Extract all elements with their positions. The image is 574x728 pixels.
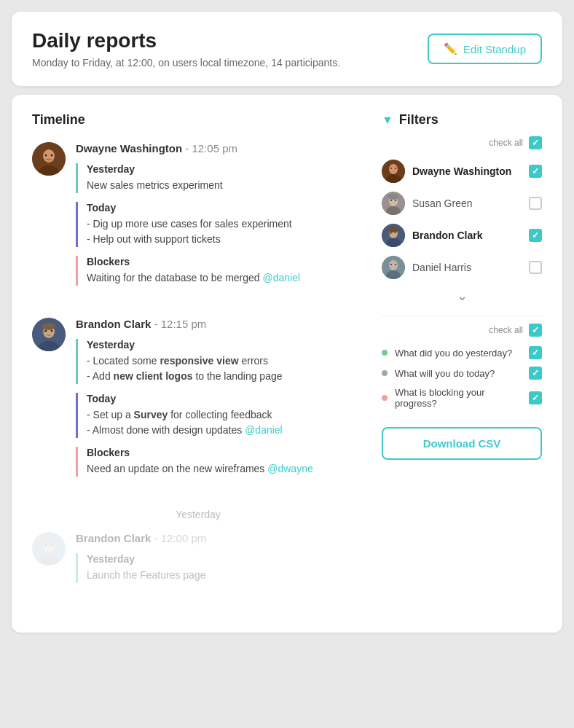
avatar-dwayne-svg bbox=[32, 142, 66, 176]
report-content: Dwayne Washington - 12:05 pm Yesterday N… bbox=[76, 142, 364, 294]
report-item-yesterday: Yesterday - Located some responsive view… bbox=[76, 339, 364, 384]
header-subtitle: Monday to Friday, at 12:00, on users loc… bbox=[32, 57, 340, 69]
filter-name-dwayne: Dwayne Washington bbox=[412, 165, 522, 177]
svg-point-1 bbox=[43, 149, 55, 163]
check-all-label-top: check all bbox=[489, 138, 523, 148]
question-checkbox-yesterday[interactable] bbox=[529, 346, 542, 359]
filters-title: ▼ Filters bbox=[382, 112, 542, 128]
filter-name-daniel: Daniel Harris bbox=[412, 262, 522, 273]
avatar-brandon-svg bbox=[32, 318, 66, 351]
svg-point-3 bbox=[45, 154, 47, 157]
svg-point-37 bbox=[389, 260, 398, 270]
report-item-yesterday: Yesterday New sales metrics experiment bbox=[76, 163, 364, 193]
question-row-yesterday: What did you do yesterday? bbox=[382, 343, 542, 363]
faded-divider: Yesterday bbox=[32, 509, 364, 520]
svg-point-4 bbox=[51, 154, 53, 157]
svg-point-28 bbox=[388, 194, 399, 200]
filters-section: ▼ Filters check all bbox=[382, 112, 542, 615]
main-card: Timeline Dwayne Washington bbox=[12, 95, 562, 633]
avatar bbox=[32, 142, 66, 176]
filter-checkbox-dwayne[interactable] bbox=[529, 165, 542, 178]
filter-checkbox-susan[interactable] bbox=[529, 197, 542, 210]
avatar-brandon-faded-svg bbox=[32, 532, 66, 565]
filter-person-row-brandon: Brandon Clark bbox=[382, 219, 542, 251]
report-user-name: Brandon Clark bbox=[76, 318, 151, 330]
check-all-top-checkbox[interactable] bbox=[529, 136, 542, 149]
svg-point-15 bbox=[45, 544, 47, 547]
edit-standup-button[interactable]: ✏️ Edit Standup bbox=[428, 34, 542, 64]
filter-name-brandon: Brandon Clark bbox=[412, 230, 522, 241]
dot-gray bbox=[382, 370, 388, 376]
filter-avatar-dwayne bbox=[382, 160, 405, 183]
question-checkbox-today[interactable] bbox=[529, 367, 542, 380]
filter-checkbox-daniel[interactable] bbox=[529, 261, 542, 274]
avatar bbox=[32, 318, 66, 351]
filter-person-row-daniel: Daniel Harris bbox=[382, 251, 542, 283]
dot-green bbox=[382, 350, 388, 356]
svg-point-22 bbox=[395, 168, 396, 169]
report-time-faded: - 12:00 pm bbox=[154, 532, 207, 544]
filter-name-susan: Susan Green bbox=[412, 197, 522, 209]
svg-rect-11 bbox=[42, 329, 45, 333]
report-block: Dwayne Washington - 12:05 pm Yesterday N… bbox=[32, 142, 364, 294]
filter-avatar-brandon bbox=[382, 224, 405, 247]
timeline-section: Timeline Dwayne Washington bbox=[32, 112, 364, 615]
report-user-name: Dwayne Washington bbox=[76, 142, 182, 154]
report-item-yesterday-faded: Yesterday Launch the Features page bbox=[76, 553, 364, 583]
divider bbox=[382, 316, 542, 316]
header-card: Daily reports Monday to Friday, at 12:00… bbox=[12, 12, 562, 86]
check-all-bottom-row: check all bbox=[382, 324, 542, 337]
page-title: Daily reports bbox=[32, 29, 340, 52]
report-item-blockers: Blockers Waiting for the database to be … bbox=[76, 256, 364, 286]
report-time: - 12:05 pm bbox=[185, 142, 237, 154]
svg-point-40 bbox=[395, 264, 396, 265]
header-text: Daily reports Monday to Friday, at 12:00… bbox=[32, 29, 340, 69]
svg-point-27 bbox=[395, 200, 396, 201]
report-content: Brandon Clark - 12:15 pm Yesterday - Loc… bbox=[76, 318, 364, 485]
timeline-title: Timeline bbox=[32, 112, 364, 128]
filter-avatar-daniel bbox=[382, 256, 405, 279]
filter-icon: ▼ bbox=[382, 114, 393, 127]
report-item-blockers: Blockers Need an update on the new wiref… bbox=[76, 447, 364, 477]
expand-people-button[interactable]: ⌄ bbox=[382, 283, 542, 308]
report-item-today: Today - Set up a Survey for collecting f… bbox=[76, 393, 364, 438]
app-container: Daily reports Monday to Friday, at 12:00… bbox=[12, 12, 562, 633]
svg-point-10 bbox=[42, 323, 55, 330]
question-row-blockers: What is blocking your progress? bbox=[382, 383, 542, 412]
mention-daniel-2[interactable]: @daniel bbox=[245, 424, 283, 436]
check-all-label-bottom: check all bbox=[489, 325, 523, 335]
report-content-faded: Brandon Clark - 12:00 pm Yesterday Launc… bbox=[76, 532, 364, 592]
question-label-today: What will you do today? bbox=[395, 368, 522, 379]
question-label-yesterday: What did you do yesterday? bbox=[395, 348, 522, 359]
svg-point-21 bbox=[390, 168, 392, 169]
mention-dwayne[interactable]: @dwayne bbox=[267, 463, 312, 474]
filter-avatar-susan bbox=[382, 192, 405, 215]
check-all-top-row: check all bbox=[382, 136, 542, 149]
filter-person-row-susan: Susan Green bbox=[382, 187, 542, 219]
report-user-name-faded: Brandon Clark bbox=[76, 532, 151, 544]
chevron-down-icon: ⌄ bbox=[457, 288, 468, 304]
pencil-icon: ✏️ bbox=[444, 42, 457, 55]
report-item-today: Today - Dig up more use cases for sales … bbox=[76, 202, 364, 247]
report-user-header: Dwayne Washington - 12:05 pm bbox=[76, 142, 364, 154]
check-all-bottom-checkbox[interactable] bbox=[529, 324, 542, 337]
avatar-faded bbox=[32, 532, 66, 565]
svg-point-39 bbox=[390, 264, 392, 265]
svg-point-19 bbox=[389, 164, 398, 174]
download-csv-button[interactable]: Download CSV bbox=[382, 427, 542, 460]
svg-rect-35 bbox=[389, 232, 391, 235]
report-time: - 12:15 pm bbox=[154, 318, 207, 330]
question-checkbox-blockers[interactable] bbox=[529, 391, 542, 404]
report-user-header: Brandon Clark - 12:15 pm bbox=[76, 318, 364, 330]
report-block: Brandon Clark - 12:15 pm Yesterday - Loc… bbox=[32, 318, 364, 485]
filter-person-row-dwayne: Dwayne Washington bbox=[382, 155, 542, 187]
filter-checkbox-brandon[interactable] bbox=[529, 229, 542, 242]
mention-daniel[interactable]: @daniel bbox=[263, 272, 301, 283]
question-row-today: What will you do today? bbox=[382, 363, 542, 383]
svg-point-9 bbox=[51, 330, 53, 332]
svg-point-16 bbox=[51, 544, 53, 547]
report-block-faded: Brandon Clark - 12:00 pm Yesterday Launc… bbox=[32, 532, 364, 592]
dot-pink bbox=[382, 395, 388, 401]
question-label-blockers: What is blocking your progress? bbox=[395, 387, 522, 409]
svg-point-17 bbox=[42, 537, 55, 544]
